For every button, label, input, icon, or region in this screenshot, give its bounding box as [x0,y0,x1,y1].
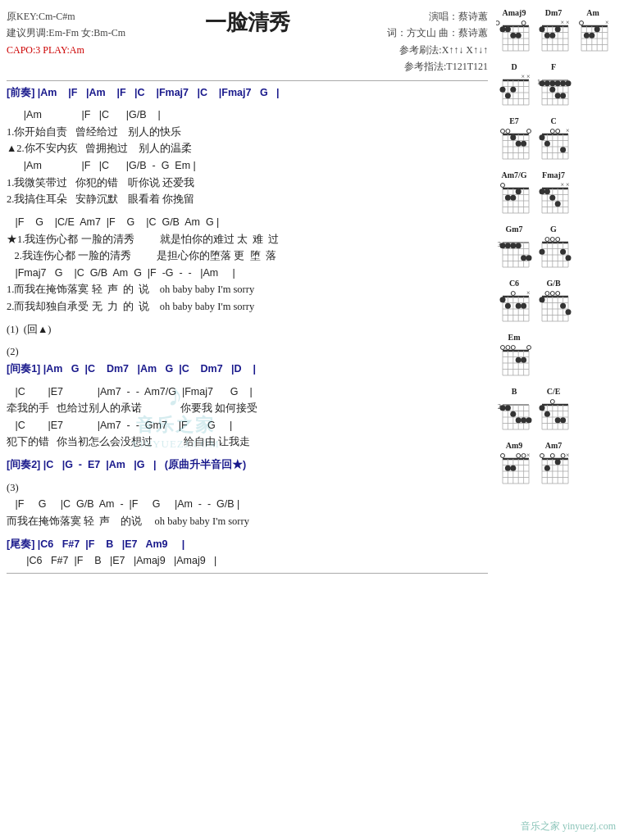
svg-point-217 [550,292,554,296]
song-line: |C |E7 |Am7 - - Gm7 |F G | [7,417,488,434]
svg-point-256 [526,417,532,423]
svg-point-80 [549,80,555,86]
song-line [7,474,488,479]
singer-label: 演唱：蔡诗蕙 [327,8,488,25]
top-divider [7,80,488,81]
chord-name: Am7 [545,441,563,450]
main-container: 原KEY:Cm-C#m 建议男调:Em-Fm 女:Bm-Cm CAPO:3 PL… [0,0,624,840]
chord-row: B2C/E [496,387,617,436]
svg-point-79 [544,80,550,86]
chord-box: Dm7×× [535,8,572,57]
svg-point-115 [550,129,554,134]
chord-box: G [535,225,572,274]
svg-point-152 [555,201,561,207]
chord-name: D [511,62,517,71]
chord-svg [496,126,532,166]
svg-text:×: × [561,19,565,26]
chord-box: Gm73 [496,225,532,274]
chord-box: C× [535,116,572,166]
chord-name: F [551,62,556,71]
song-line: ▲2.你不安内疚 曾拥抱过 别人的温柔 [7,140,488,157]
svg-point-186 [566,255,572,261]
svg-point-185 [540,249,545,255]
chord-svg: 3 [496,234,532,274]
chord-box: B2 [496,387,532,436]
chord-row: Em [496,333,617,382]
song-line: 2.我连伤心都 一脸的清秀 是担心你的堕落 更 堕 落 [7,247,488,265]
chord-row: Amaj9Dm7××Am× [496,8,617,57]
svg-point-272 [555,417,561,423]
chord-svg: × [535,451,572,490]
song-line: 2.我搞住耳朵 安静沉默 眼看着 你挽留 [7,191,488,208]
svg-text:×: × [566,127,570,134]
svg-point-271 [540,405,545,411]
svg-point-302 [550,454,554,458]
svg-point-253 [510,411,516,417]
svg-point-236 [527,346,531,350]
svg-point-134 [510,195,516,201]
chord-name: Am7/G [501,170,526,179]
song-title: 一脸清秀 [167,8,328,37]
svg-text:×: × [566,452,570,459]
chord-name: C [550,116,556,125]
chord-svg: × [535,126,572,166]
svg-point-218 [556,292,560,296]
svg-point-303 [561,454,565,458]
song-line: |F G |C/E Am7 |F G |C G/B Am G | [7,214,488,231]
svg-point-199 [511,292,515,296]
chord-row: Am9×Am7× [496,441,617,490]
svg-point-252 [505,405,511,411]
song-line [7,316,488,321]
song-line: (1) (回▲) [7,321,488,338]
chord-svg: × [575,18,611,57]
svg-point-151 [549,195,555,201]
chord-box: Am× [575,8,611,57]
song-line: |F G |C G/B Am - |F G |Am - - G/B | [7,496,488,513]
chord-box: Am7× [535,441,572,490]
svg-point-32 [549,33,555,39]
chord-svg: ×× [535,18,572,57]
chord-name: Dm7 [545,8,563,17]
svg-point-289 [510,465,516,471]
svg-point-268 [550,400,554,404]
svg-point-201 [505,303,511,309]
song-line: [前奏] |Am |F |Am |F |C |Fmaj7 |C |Fmaj7 G… [7,84,488,102]
chord-row: Gm73G [496,225,617,274]
svg-point-284 [501,454,505,458]
svg-point-99 [506,129,510,134]
svg-point-166 [505,243,511,248]
svg-point-16 [516,33,522,39]
chord-svg: 2 [496,397,532,436]
chord-name: Fmaj7 [542,170,565,179]
chord-name: G [550,225,557,234]
song-line: |Fmaj7 G |C G/B Am G |F -G - - |Am | [7,265,488,282]
svg-point-14 [505,26,511,32]
chord-name: Em [508,333,521,342]
song-line: |Am |F |C |G/B | [7,107,488,124]
chord-box: G/B [535,279,572,328]
chord-svg: ×× [496,72,532,111]
suggestion: 建议男调:Em-Fm 女:Bm-Cm [7,25,167,41]
song-line [7,451,488,456]
song-line: (3) [7,479,488,497]
svg-point-184 [556,238,560,242]
chord-svg [535,397,572,436]
svg-point-167 [510,243,516,248]
chord-svg [535,288,572,328]
chord-row: D××F1 [496,62,617,111]
svg-point-301 [540,454,544,458]
chord-name: G/B [546,279,560,288]
svg-point-220 [566,309,572,315]
svg-point-98 [501,129,505,134]
song-line: [间奏2] |C |G - E7 |Am |G | (原曲升半音回★) [7,456,488,474]
svg-point-132 [501,184,505,188]
song-line: 1.而我在掩饰落寞 轻 声 的 说 oh baby baby I'm sorry [7,281,488,298]
svg-point-45 [580,21,584,25]
chord-box: C6× [496,279,532,328]
chord-name: Amaj9 [503,8,526,17]
song-line [7,208,488,214]
song-line: [尾奏] |C6 F#7 |F B |E7 Am9 | [7,536,488,553]
song-line: 1.你开始自责 曾经给过 别人的快乐 [7,124,488,141]
chord-svg [496,18,532,57]
song-line: 牵我的手 也给过别人的承诺 你要我 如何接受 [7,400,488,417]
